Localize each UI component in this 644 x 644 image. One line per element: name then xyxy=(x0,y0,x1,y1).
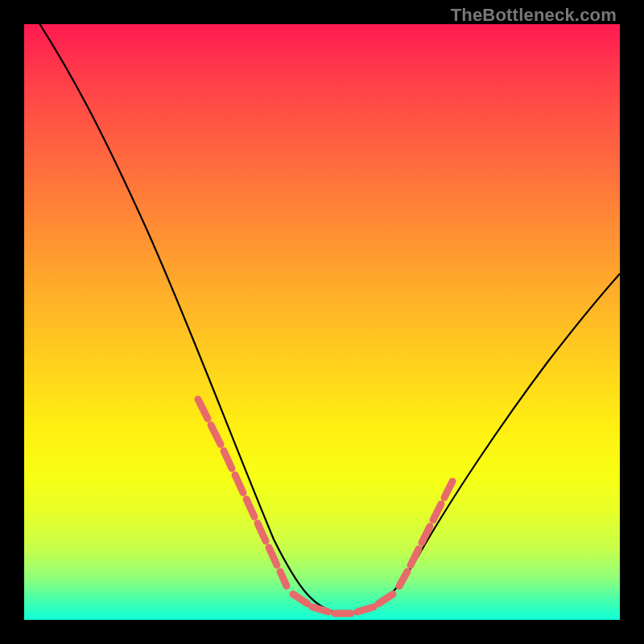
bottleneck-curve xyxy=(24,24,620,613)
svg-line-14 xyxy=(411,549,419,565)
svg-line-11 xyxy=(357,607,374,612)
plot-area xyxy=(24,24,620,620)
svg-line-8 xyxy=(293,594,308,604)
svg-line-16 xyxy=(433,504,441,520)
marker-cluster-floor xyxy=(293,594,393,613)
svg-line-2 xyxy=(224,451,232,469)
svg-line-9 xyxy=(312,607,328,612)
svg-line-5 xyxy=(258,523,266,541)
marker-cluster-right xyxy=(399,481,452,586)
svg-line-15 xyxy=(422,526,430,543)
svg-line-13 xyxy=(399,572,407,586)
chart-frame: TheBottleneck.com xyxy=(0,0,644,644)
svg-line-7 xyxy=(280,572,287,586)
svg-line-4 xyxy=(246,499,254,517)
svg-line-0 xyxy=(198,399,208,419)
svg-line-1 xyxy=(211,425,221,444)
watermark-text: TheBottleneck.com xyxy=(451,5,617,26)
svg-line-17 xyxy=(444,481,452,497)
svg-line-3 xyxy=(235,475,243,493)
svg-line-12 xyxy=(378,594,393,604)
curve-layer xyxy=(24,24,620,620)
svg-line-6 xyxy=(269,547,277,565)
marker-cluster-left xyxy=(198,399,287,586)
